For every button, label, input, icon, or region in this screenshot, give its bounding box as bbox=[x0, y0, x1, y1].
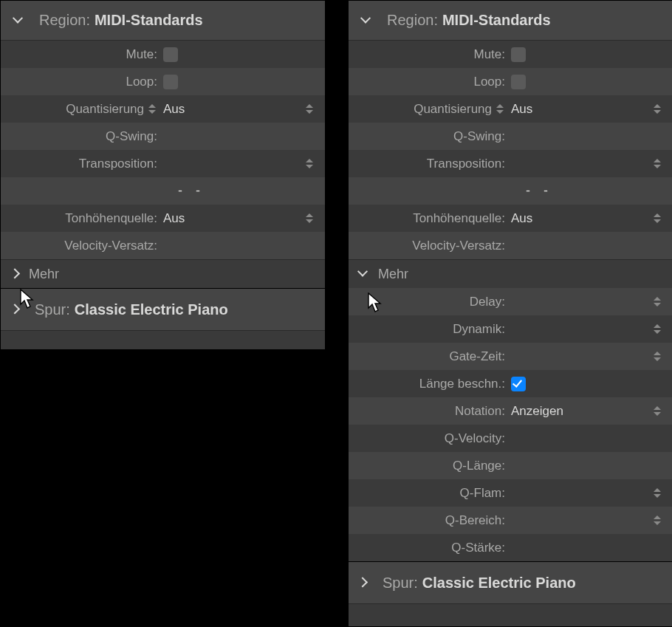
updown-icon[interactable] bbox=[652, 295, 662, 309]
chevron-down-icon bbox=[359, 269, 369, 279]
row-velocity[interactable]: Velocity-Versatz: bbox=[1, 232, 325, 259]
updown-icon[interactable] bbox=[304, 157, 315, 171]
row-quantize[interactable]: Quantisierung Aus bbox=[1, 95, 325, 123]
row-finetune[interactable]: -- bbox=[349, 177, 672, 205]
row-pitchsource[interactable]: Tonhöhenquelle: Aus bbox=[349, 205, 672, 232]
pitchsource-label: Tonhöhenquelle: bbox=[65, 211, 157, 226]
qlaenge-label: Q-Länge: bbox=[453, 459, 505, 473]
region-label: Region: bbox=[387, 12, 438, 29]
more-disclosure[interactable]: Mehr bbox=[349, 259, 672, 288]
row-transposition[interactable]: Transposition: bbox=[1, 150, 325, 177]
row-loop: Loop: bbox=[1, 68, 325, 95]
track-header[interactable]: Spur: Classic Electric Piano bbox=[349, 561, 672, 604]
region-label: Region: bbox=[39, 12, 90, 29]
mute-label: Mute: bbox=[126, 47, 157, 62]
laenge-checkbox[interactable] bbox=[511, 377, 526, 391]
loop-label: Loop: bbox=[473, 75, 505, 89]
region-value: MIDI-Standards bbox=[95, 12, 203, 29]
track-value: Classic Electric Piano bbox=[75, 301, 228, 318]
qswing-label: Q-Swing: bbox=[106, 129, 157, 144]
mute-label: Mute: bbox=[473, 47, 505, 62]
qswing-label: Q-Swing: bbox=[453, 129, 505, 144]
row-delay[interactable]: Delay: bbox=[349, 288, 672, 315]
laenge-label: Länge beschn.: bbox=[419, 377, 505, 391]
notation-label: Notation: bbox=[455, 404, 505, 419]
more-disclosure[interactable]: Mehr bbox=[1, 259, 325, 288]
gatezeit-label: Gate-Zeit: bbox=[449, 349, 505, 364]
track-label: Spur: bbox=[383, 575, 418, 592]
inspector-panel-right: Region: MIDI-Standards Mute: Loop: Quant… bbox=[348, 0, 672, 627]
quantize-value: Aus bbox=[511, 102, 532, 117]
updown-icon[interactable] bbox=[652, 157, 662, 171]
chevron-right-icon bbox=[11, 269, 21, 279]
transposition-label: Transposition: bbox=[427, 157, 505, 171]
chevron-right-icon bbox=[359, 578, 369, 588]
loop-checkbox[interactable] bbox=[163, 75, 178, 89]
row-qlaenge[interactable]: Q-Länge: bbox=[349, 452, 672, 479]
row-mute: Mute: bbox=[1, 41, 325, 68]
row-notation[interactable]: Notation: Anzeigen bbox=[349, 397, 672, 425]
updown-icon[interactable] bbox=[304, 102, 315, 117]
row-qvelocity[interactable]: Q-Velocity: bbox=[349, 425, 672, 452]
region-header[interactable]: Region: MIDI-Standards bbox=[349, 1, 672, 41]
updown-icon[interactable] bbox=[652, 102, 662, 117]
row-qbereich[interactable]: Q-Bereich: bbox=[349, 507, 672, 534]
updown-icon[interactable] bbox=[652, 513, 662, 528]
qvelocity-label: Q-Velocity: bbox=[445, 431, 505, 446]
quantize-value: Aus bbox=[163, 102, 185, 117]
chevron-down-icon bbox=[14, 16, 24, 26]
pitchsource-label: Tonhöhenquelle: bbox=[413, 211, 505, 226]
chevron-right-icon bbox=[11, 304, 21, 315]
row-velocity[interactable]: Velocity-Versatz: bbox=[349, 232, 672, 259]
loop-label: Loop: bbox=[126, 75, 157, 89]
mute-checkbox[interactable] bbox=[163, 47, 178, 62]
row-finetune[interactable]: -- bbox=[1, 177, 325, 205]
quantize-label: Quantisierung bbox=[414, 102, 492, 117]
chevron-down-icon bbox=[362, 16, 372, 26]
updown-icon[interactable] bbox=[304, 211, 315, 226]
updown-icon[interactable] bbox=[652, 349, 662, 364]
region-header[interactable]: Region: MIDI-Standards bbox=[1, 1, 325, 41]
updown-icon[interactable] bbox=[147, 102, 157, 117]
row-gatezeit[interactable]: Gate-Zeit: bbox=[349, 343, 672, 370]
updown-icon[interactable] bbox=[652, 322, 662, 337]
row-mute: Mute: bbox=[349, 41, 672, 68]
velocity-label: Velocity-Versatz: bbox=[64, 239, 157, 253]
pitchsource-value: Aus bbox=[511, 211, 532, 226]
dynamik-label: Dynamik: bbox=[453, 322, 505, 337]
transposition-label: Transposition: bbox=[79, 157, 157, 171]
track-label: Spur: bbox=[35, 301, 70, 318]
delay-label: Delay: bbox=[470, 295, 505, 309]
inspector-panel-left: Region: MIDI-Standards Mute: Loop: Quant… bbox=[0, 0, 326, 350]
row-pitchsource[interactable]: Tonhöhenquelle: Aus bbox=[1, 205, 325, 232]
more-label: Mehr bbox=[378, 267, 408, 282]
velocity-label: Velocity-Versatz: bbox=[412, 239, 505, 253]
qflam-label: Q-Flam: bbox=[460, 486, 505, 501]
row-quantize[interactable]: Quantisierung Aus bbox=[349, 95, 672, 123]
qbereich-label: Q-Bereich: bbox=[445, 513, 505, 528]
updown-icon[interactable] bbox=[652, 486, 662, 501]
quantize-label: Quantisierung bbox=[66, 102, 144, 117]
loop-checkbox[interactable] bbox=[511, 75, 526, 89]
pitchsource-value: Aus bbox=[163, 211, 185, 226]
mute-checkbox[interactable] bbox=[511, 47, 526, 62]
track-header[interactable]: Spur: Classic Electric Piano bbox=[1, 288, 325, 331]
updown-icon[interactable] bbox=[495, 102, 505, 117]
row-transposition[interactable]: Transposition: bbox=[349, 150, 672, 177]
notation-value: Anzeigen bbox=[511, 404, 563, 419]
track-value: Classic Electric Piano bbox=[422, 575, 576, 592]
row-qflam[interactable]: Q-Flam: bbox=[349, 479, 672, 507]
updown-icon[interactable] bbox=[652, 211, 662, 226]
region-value: MIDI-Standards bbox=[442, 12, 551, 29]
row-loop: Loop: bbox=[349, 68, 672, 95]
more-label: Mehr bbox=[29, 267, 59, 282]
qstaerke-label: Q-Stärke: bbox=[451, 541, 505, 555]
row-qswing[interactable]: Q-Swing: bbox=[349, 123, 672, 150]
row-dynamik[interactable]: Dynamik: bbox=[349, 315, 672, 343]
row-laenge: Länge beschn.: bbox=[349, 370, 672, 397]
row-qstaerke[interactable]: Q-Stärke: bbox=[349, 534, 672, 561]
row-qswing[interactable]: Q-Swing: bbox=[1, 123, 325, 150]
updown-icon[interactable] bbox=[652, 404, 662, 419]
